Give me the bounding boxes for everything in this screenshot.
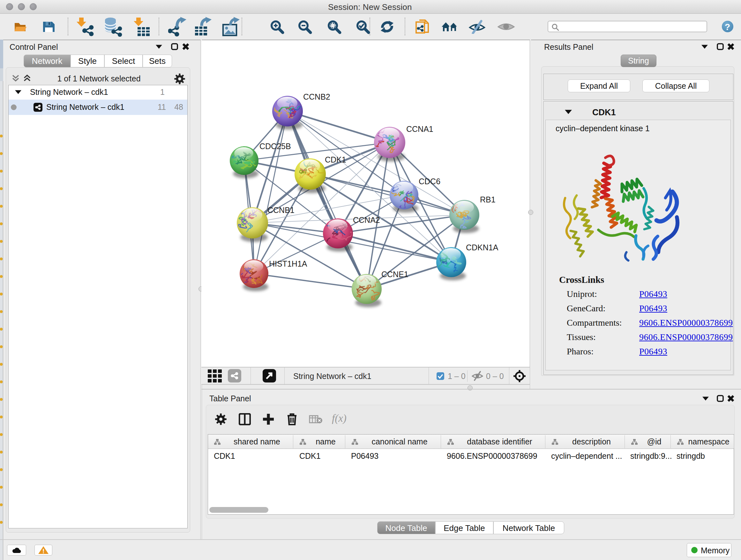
svg-text:CCNB1: CCNB1: [267, 206, 294, 214]
svg-text:CCNB2: CCNB2: [303, 92, 330, 101]
svg-text:CCNA2: CCNA2: [353, 215, 380, 225]
svg-text:CDK1: CDK1: [325, 155, 346, 164]
svg-text:CCNE1: CCNE1: [381, 270, 408, 279]
svg-text:CDKN1A: CDKN1A: [466, 243, 498, 252]
svg-text:RB1: RB1: [480, 195, 495, 204]
svg-text:HIST1H1A: HIST1H1A: [269, 259, 307, 268]
svg-text:CDC6: CDC6: [419, 177, 441, 186]
svg-text:CDC25B: CDC25B: [259, 142, 291, 151]
svg-text:CCNA1: CCNA1: [406, 125, 433, 133]
